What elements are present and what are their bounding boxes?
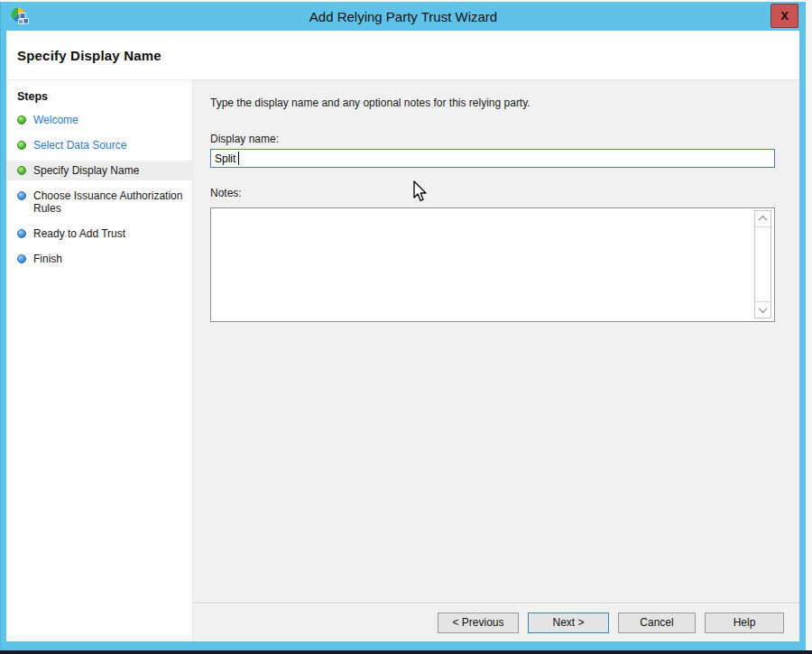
notes-label: Notes: <box>210 187 799 199</box>
window-title: Add Relying Party Trust Wizard <box>1 2 806 31</box>
sidebar-step-select-data-source[interactable]: Select Data Source <box>6 135 192 155</box>
wizard-content-panel: Type the display name and any optional n… <box>193 79 799 641</box>
chevron-down-icon <box>759 304 768 313</box>
scroll-down-button[interactable] <box>755 301 770 318</box>
wizard-window: Add Relying Party Trust Wizard X Specify… <box>0 2 806 650</box>
sidebar-step-welcome[interactable]: Welcome <box>6 110 192 130</box>
close-icon: X <box>780 9 789 23</box>
sidebar-step-choose-issuance-authorization-rules[interactable]: Choose Issuance Authorization Rules <box>6 186 192 218</box>
chevron-up-icon <box>759 216 768 225</box>
scroll-track[interactable] <box>755 227 770 301</box>
green-dot-icon <box>17 115 26 124</box>
green-dot-icon <box>17 141 26 150</box>
steps-sidebar: Steps Welcome Select Data Source Specify… <box>6 79 193 641</box>
instruction-text: Type the display name and any optional n… <box>210 97 799 109</box>
sidebar-step-ready-to-add-trust[interactable]: Ready to Add Trust <box>6 224 192 244</box>
blue-dot-icon <box>17 191 26 200</box>
desktop-edge <box>0 650 812 654</box>
sidebar-step-finish[interactable]: Finish <box>6 249 192 269</box>
close-button[interactable]: X <box>770 4 798 28</box>
notes-scrollbar[interactable] <box>754 210 771 318</box>
wizard-button-bar: < Previous Next > Cancel Help <box>193 603 799 641</box>
previous-button[interactable]: < Previous <box>438 613 519 633</box>
page-title: Specify Display Name <box>17 48 161 63</box>
display-name-label: Display name: <box>210 133 799 145</box>
notes-field[interactable] <box>210 207 775 322</box>
notes-textarea[interactable] <box>211 208 752 321</box>
next-button[interactable]: Next > <box>528 613 609 633</box>
cancel-button[interactable]: Cancel <box>618 613 696 633</box>
scroll-up-button[interactable] <box>755 211 770 227</box>
blue-dot-icon <box>17 229 26 238</box>
display-name-input[interactable] <box>210 149 775 168</box>
blue-dot-icon <box>17 254 26 263</box>
green-dot-icon <box>17 166 26 175</box>
wizard-page-header: Specify Display Name <box>6 31 799 79</box>
sidebar-step-specify-display-name[interactable]: Specify Display Name <box>6 161 192 180</box>
text-caret <box>238 152 239 165</box>
steps-heading: Steps <box>6 88 192 105</box>
help-button[interactable]: Help <box>705 613 784 633</box>
titlebar[interactable]: Add Relying Party Trust Wizard <box>1 2 806 31</box>
